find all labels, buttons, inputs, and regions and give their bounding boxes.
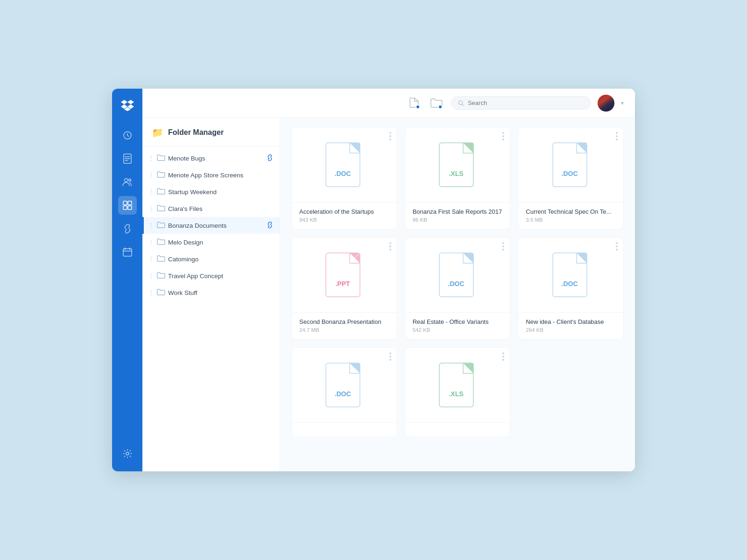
header: ▾	[142, 89, 635, 118]
content-area: 📁 Folder Manager ⋮ Menote Bugs ⋮ Menote …	[142, 118, 635, 471]
svg-rect-14	[439, 143, 473, 187]
new-folder-badge	[438, 105, 443, 109]
svg-rect-17	[553, 143, 587, 187]
svg-rect-5	[128, 201, 132, 205]
file-menu-button[interactable]	[616, 132, 618, 140]
svg-text:.DOC: .DOC	[335, 390, 351, 398]
folder-icon	[157, 204, 165, 213]
search-input[interactable]	[468, 99, 584, 106]
file-card-preview: .DOC	[405, 238, 510, 312]
folder-item[interactable]: ⋮ Travel App Concept	[142, 267, 280, 284]
avatar-chevron[interactable]: ▾	[621, 100, 624, 106]
folder-link-icon[interactable]	[267, 222, 273, 230]
svg-point-3	[128, 179, 131, 182]
drag-handle: ⋮	[148, 289, 154, 296]
file-card[interactable]: .DOC Acceleration of the Startups 943 KB	[291, 127, 397, 230]
file-menu-button[interactable]	[389, 352, 391, 361]
file-card-preview: .DOC	[518, 238, 623, 312]
sidebar-icon-link[interactable]	[118, 219, 137, 238]
folder-item-name: Bonanza Documents	[168, 222, 264, 229]
drag-handle: ⋮	[148, 205, 154, 212]
sidebar-icon-document[interactable]	[118, 149, 137, 168]
folder-item-name: Menote Bugs	[168, 155, 264, 162]
folder-item[interactable]: ⋮ Melo Design	[142, 234, 280, 251]
dropbox-logo[interactable]	[119, 97, 136, 114]
svg-text:.DOC: .DOC	[561, 280, 578, 287]
file-card-preview: .DOC	[292, 127, 397, 202]
file-card-info	[405, 422, 510, 437]
drag-handle: ⋮	[148, 222, 154, 229]
svg-rect-26	[553, 253, 587, 297]
file-card-preview: .XLS	[405, 127, 510, 202]
file-menu-button[interactable]	[389, 132, 391, 140]
file-card[interactable]: .DOC Current Technical Spec On Te... 3.5…	[518, 127, 624, 230]
folder-panel-title: Folder Manager	[168, 128, 224, 137]
sidebar-icon-settings[interactable]	[118, 444, 137, 463]
file-menu-button[interactable]	[389, 242, 391, 251]
file-size: 264 KB	[526, 327, 616, 333]
folder-icon	[157, 188, 165, 196]
folder-item-name: Work Stuff	[168, 289, 273, 296]
file-card[interactable]: .DOC Real Estate - Office Variants 542 K…	[405, 237, 511, 340]
file-size: 943 KB	[299, 217, 389, 223]
file-name: Second Bonanza Presentation	[299, 318, 389, 325]
folder-item[interactable]: ⋮ Work Stuff	[142, 284, 280, 301]
sidebar-icon-clock[interactable]	[118, 126, 137, 145]
new-file-button[interactable]	[406, 95, 422, 111]
file-menu-button[interactable]	[502, 352, 504, 361]
file-card-info: Real Estate - Office Variants 542 KB	[405, 312, 510, 339]
drag-handle: ⋮	[148, 189, 154, 195]
avatar-image	[598, 95, 614, 112]
folder-icon	[157, 154, 165, 162]
file-name: Bonanza First Sale Reports 2017	[413, 208, 503, 215]
avatar[interactable]	[598, 95, 614, 112]
new-folder-button[interactable]	[429, 95, 444, 111]
file-card[interactable]: .DOC New idea - Client's Database 264 KB	[518, 237, 624, 340]
svg-text:.PPT: .PPT	[336, 280, 351, 287]
file-card[interactable]: .DOC	[291, 347, 397, 437]
svg-point-2	[124, 179, 127, 182]
file-card-info: Second Bonanza Presentation 24.7 MB	[292, 312, 397, 339]
folder-item[interactable]: ⋮ Startup Weekend	[142, 183, 280, 200]
file-card-info: Current Technical Spec On Te... 3.5 MB	[518, 202, 623, 229]
file-menu-button[interactable]	[616, 242, 618, 251]
file-card[interactable]: .PPT Second Bonanza Presentation 24.7 MB	[291, 237, 397, 340]
sidebar-icon-people[interactable]	[118, 173, 137, 191]
file-name: New idea - Client's Database	[526, 318, 616, 325]
file-card-preview: .PPT	[292, 238, 397, 312]
folder-item[interactable]: ⋮ Clara's Files	[142, 200, 280, 217]
file-size: 24.7 MB	[299, 327, 389, 333]
file-card[interactable]: .XLS Bonanza First Sale Reports 2017 86 …	[405, 127, 511, 230]
sidebar-icon-files[interactable]	[118, 196, 137, 215]
folder-list: ⋮ Menote Bugs ⋮ Menote App Store Screens…	[142, 146, 280, 305]
folder-item[interactable]: ⋮ Menote Bugs	[142, 150, 280, 167]
file-card-info: New idea - Client's Database 264 KB	[518, 312, 623, 339]
file-menu-button[interactable]	[502, 132, 504, 140]
folder-icon	[157, 288, 165, 297]
file-card-info	[292, 422, 397, 437]
folder-item[interactable]: ⋮ Bonanza Documents	[142, 217, 280, 234]
folder-item-name: Startup Weekend	[168, 189, 273, 196]
folder-icon	[157, 171, 165, 179]
drag-handle: ⋮	[148, 273, 154, 279]
file-card[interactable]: .XLS	[405, 347, 511, 437]
svg-rect-8	[123, 249, 132, 256]
svg-text:.DOC: .DOC	[448, 280, 464, 287]
folder-link-icon[interactable]	[267, 154, 273, 162]
file-menu-button[interactable]	[502, 242, 504, 251]
header-actions: ▾	[406, 95, 624, 112]
svg-rect-20	[326, 253, 360, 297]
folder-item-name: Melo Design	[168, 239, 273, 246]
drag-handle: ⋮	[148, 256, 154, 262]
svg-rect-4	[123, 201, 127, 205]
svg-rect-6	[123, 206, 127, 210]
file-card-preview: .XLS	[405, 348, 510, 422]
svg-rect-11	[326, 143, 360, 187]
folder-item[interactable]: ⋮ Menote App Store Screens	[142, 167, 280, 183]
files-grid: .DOC Acceleration of the Startups 943 KB…	[291, 127, 624, 437]
svg-rect-23	[439, 253, 473, 297]
sidebar-icon-calendar[interactable]	[118, 243, 137, 261]
folder-icon	[157, 221, 165, 230]
svg-text:.XLS: .XLS	[449, 170, 463, 177]
folder-item[interactable]: ⋮ Catomingo	[142, 251, 280, 267]
